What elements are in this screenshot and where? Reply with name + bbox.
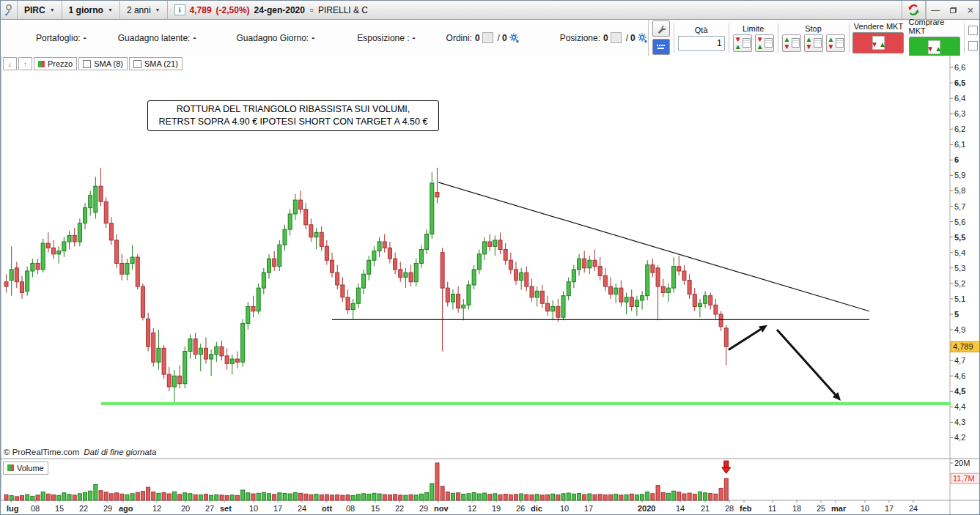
position-settings-gear-icon[interactable] [638, 33, 648, 43]
candle [394, 259, 397, 270]
volume-bar [351, 495, 355, 500]
candle [509, 260, 512, 270]
volume-bars-icon [7, 464, 14, 471]
latent-gain-field: Guadagno latente: - [118, 33, 196, 43]
price-axis-label: 5,6 [954, 218, 965, 226]
date-axis-label: 10 [560, 504, 569, 513]
volume-bar [31, 496, 34, 500]
close-button[interactable]: × [962, 1, 979, 19]
candle [462, 305, 465, 308]
volume-bar [130, 494, 134, 500]
legend-sma8[interactable]: SMA (8) [78, 57, 128, 70]
order-settings-button[interactable] [652, 21, 670, 37]
portfolio-field: Portafoglio: - [36, 33, 86, 43]
analysis-annotation[interactable]: ROTTURA DEL TRIANGOLO RIBASSISTA SUI VOL… [147, 100, 439, 131]
volume-bar [646, 492, 649, 500]
candle [309, 225, 313, 237]
legend-prezzo[interactable]: Prezzo [34, 57, 77, 70]
date-axis-label: 12 [468, 504, 476, 513]
candle [451, 294, 454, 303]
date-axis-label: 08 [31, 504, 40, 513]
sma21-checkbox[interactable] [133, 60, 141, 68]
volume-bar [262, 492, 265, 500]
chevron-down-icon: ▼ [50, 7, 55, 12]
orders-settings-gear-icon[interactable] [509, 33, 520, 43]
workspace-pin-button[interactable]: ✓ [1, 1, 17, 19]
minimize-button[interactable]: — [926, 1, 944, 19]
volume-bar [188, 494, 192, 500]
volume-bar [309, 494, 313, 500]
price-axis-label: 5,1 [954, 294, 965, 303]
restore-button[interactable] [944, 1, 962, 19]
sell-market-button[interactable]: ▼▲ [852, 32, 904, 53]
buy-market-button[interactable]: ▼▲ [909, 37, 960, 58]
volume-bar [325, 494, 328, 500]
limit-order-button[interactable]: ▼▲ [733, 34, 752, 52]
candle [666, 288, 670, 292]
qty-input[interactable] [678, 36, 725, 51]
candle [125, 263, 129, 274]
volume-axis-label: 20M [954, 459, 970, 467]
refresh-button[interactable] [902, 1, 926, 19]
volume-bar [293, 493, 297, 500]
volume-bar [4, 494, 8, 500]
candle [672, 267, 676, 288]
position-list-icon[interactable] [611, 32, 622, 43]
date-axis-label: 2020 [638, 504, 655, 513]
candle [299, 200, 303, 210]
candle [399, 270, 402, 278]
legend-volume[interactable]: Volume [3, 462, 48, 475]
volume-bar [241, 490, 245, 500]
trailing-checkbox[interactable] [968, 26, 978, 35]
annotation-line1: ROTTURA DEL TRIANGOLO RIBASSISTA SUI VOL… [150, 103, 437, 116]
volume-bar [614, 494, 618, 500]
stop-order-button[interactable]: ▲▼ [782, 34, 801, 52]
candle [619, 288, 623, 302]
candle [441, 253, 444, 288]
candle [120, 263, 124, 274]
volume-bar [446, 492, 449, 500]
volume-bar [125, 494, 129, 500]
volume-bar [482, 493, 486, 500]
orders-list-icon[interactable] [482, 32, 493, 43]
qty-label: Qtà [695, 26, 708, 34]
candle [561, 296, 565, 317]
instrument-name: PIRELLI & C [318, 5, 368, 15]
price-axis-label: 6 [954, 155, 959, 164]
candle [320, 232, 323, 246]
candle [230, 359, 234, 363]
candle [172, 376, 176, 387]
volume-bar [709, 494, 712, 500]
candle [36, 263, 40, 269]
candle [99, 186, 103, 201]
day-gain-label: Guadagno Giorno: [236, 33, 309, 43]
volume-bar [641, 494, 644, 500]
volume-bar [141, 492, 144, 500]
sma8-checkbox[interactable] [83, 60, 91, 68]
volume-bar [462, 494, 465, 500]
info-icon[interactable]: i [174, 4, 185, 15]
symbol-label: PIRC [24, 5, 45, 15]
candle [262, 273, 265, 288]
quick-sell-button[interactable]: ↓ [3, 57, 17, 70]
keyboard-trading-button[interactable] [652, 39, 670, 55]
candle [498, 240, 502, 250]
legend-sma21[interactable]: SMA (21) [129, 57, 183, 70]
limit-order-edit-button[interactable]: ▼▲ [755, 34, 774, 52]
candle [293, 200, 297, 214]
candle [693, 294, 696, 307]
panel-divider [729, 23, 729, 53]
stop-order-copy-button[interactable]: ▲▼ [826, 34, 845, 52]
stoploss-checkbox[interactable] [968, 41, 978, 51]
range-selector[interactable]: 2 anni ▼ [120, 1, 168, 19]
symbol-selector[interactable]: PIRC ▼ [17, 1, 62, 19]
candle [246, 306, 250, 323]
timeframe-selector[interactable]: 1 giorno ▼ [62, 1, 120, 19]
volume-bar [115, 493, 119, 500]
stop-order-edit-button[interactable]: ▲▼ [804, 34, 823, 52]
buy-arrow-icon: ↑ [23, 60, 27, 68]
candle [504, 250, 507, 261]
volume-bar [356, 494, 360, 500]
sell-signal-marker [724, 461, 729, 467]
quick-buy-button[interactable]: ↑ [18, 57, 32, 70]
